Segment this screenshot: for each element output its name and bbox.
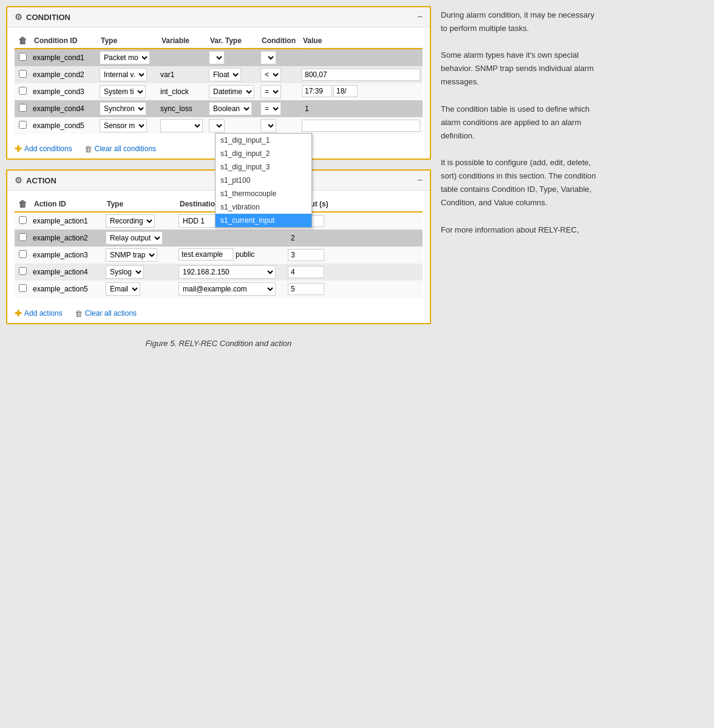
condition-minimize-button[interactable]: − (417, 12, 423, 22)
action-checkbox-4[interactable] (19, 284, 27, 292)
condition-val-input[interactable] (302, 52, 420, 64)
action-checkbox-cell (15, 264, 30, 281)
condition-val-input[interactable] (302, 103, 420, 115)
condition-checkbox-4[interactable] (19, 121, 27, 129)
col-action-type: Type (103, 197, 176, 212)
variable-dropdown[interactable]: s1_dig_input_1s1_dig_input_2s1_dig_input… (215, 133, 312, 228)
condition-type-select[interactable]: Synchron (100, 102, 146, 115)
action-lockout-cell (285, 247, 423, 264)
action-type-select[interactable]: Email (106, 282, 140, 296)
action-dest-cell: mail@example.com (176, 281, 285, 298)
dropdown-item[interactable]: s1_vibration (216, 200, 311, 214)
action-type-select[interactable]: Recording (106, 214, 155, 228)
action-type-cell: SNMP trap (103, 247, 176, 264)
gear-icon-action: ⚙ (15, 175, 22, 185)
action-lockout-input[interactable] (288, 249, 324, 261)
action-type-cell: Relay output (103, 230, 176, 247)
condition-cond-select[interactable] (260, 119, 276, 132)
action-lockout-input[interactable] (288, 266, 324, 278)
action-footer: ✚ Add actions 🗑 Clear all actions (7, 304, 430, 323)
condition-checkbox-1[interactable] (19, 70, 27, 78)
condition-checkbox-3[interactable] (19, 104, 27, 112)
action-type-select[interactable]: SNMP trap (106, 248, 157, 262)
clear-conditions-button[interactable]: 🗑 Clear all conditions (84, 145, 156, 154)
action-dest-cell: 192.168.2.150 (176, 264, 285, 281)
dropdown-item[interactable]: s1_dig_input_2 (216, 147, 311, 160)
condition-vartype-select[interactable]: Float (209, 68, 241, 81)
action-checkbox-0[interactable] (19, 216, 27, 224)
col-type: Type (97, 33, 158, 49)
action-id-value: example_action1 (33, 217, 88, 225)
action-id-cell: example_action4 (30, 264, 103, 281)
col-condition: Condition (258, 33, 299, 49)
action-id-cell: example_action2 (30, 230, 103, 247)
condition-type-cell: Internal v. (97, 66, 158, 83)
condition-vartype-select[interactable]: Boolean (209, 102, 252, 115)
dropdown-item[interactable]: s1_pt100 (216, 174, 311, 187)
delete-all-actions-icon: 🗑 (18, 199, 27, 209)
action-checkbox-cell (15, 212, 30, 230)
condition-cond-select[interactable]: < (260, 68, 281, 81)
condition-checkbox-0[interactable] (19, 53, 27, 61)
action-dest-cell: public (176, 247, 285, 262)
condition-vartype-select[interactable]: Datetime (209, 85, 254, 98)
add-conditions-label: Add conditions (24, 145, 72, 153)
condition-cond-select[interactable]: = (260, 102, 281, 115)
action-lockout-cell (285, 264, 423, 281)
condition-vartype-select[interactable] (209, 51, 225, 64)
action-checkbox-2[interactable] (19, 250, 27, 258)
checkbox-cell (15, 49, 30, 66)
condition-val-input[interactable] (302, 120, 420, 132)
condition-table: 🗑 Condition ID Type Variable Var. Type C… (15, 33, 423, 134)
condition-var-cell: var1 (158, 66, 206, 83)
dropdown-item[interactable]: s1_dig_input_1 (216, 134, 311, 147)
condition-type-select[interactable]: Sensor m (100, 119, 147, 132)
action-id-value: example_action5 (33, 285, 88, 293)
condition-vartype-cell (206, 117, 258, 134)
action-checkbox-1[interactable] (19, 233, 27, 241)
condition-cond-cell: = (258, 83, 299, 100)
checkbox-cell (15, 100, 30, 117)
condition-checkbox-2[interactable] (19, 87, 27, 95)
action-id-value: example_action3 (33, 251, 88, 259)
delete-all-conditions-icon: 🗑 (18, 36, 27, 46)
condition-val2-input[interactable] (333, 85, 358, 97)
condition-val-input[interactable] (302, 85, 332, 97)
condition-val-cell (299, 83, 423, 99)
clear-actions-button[interactable]: 🗑 Clear all actions (75, 309, 137, 318)
dropdown-item[interactable]: s1_current_input (216, 214, 311, 227)
condition-type-select[interactable]: System ti (100, 85, 146, 98)
gear-icon: ⚙ (15, 12, 22, 22)
condition-cond-select[interactable] (260, 51, 276, 64)
dropdown-item[interactable]: s1_dig_input_3 (216, 160, 311, 174)
action-lockout-input[interactable] (288, 283, 324, 295)
condition-val-input[interactable] (302, 69, 420, 81)
add-conditions-button[interactable]: ✚ Add conditions (15, 144, 72, 154)
condition-id-value: example_cond5 (33, 121, 84, 130)
action-minimize-button[interactable]: − (417, 175, 423, 185)
condition-var-select[interactable] (160, 119, 203, 132)
action-checkbox-3[interactable] (19, 267, 27, 275)
action-id-cell: example_action5 (30, 281, 103, 298)
action-lockout-input[interactable] (288, 232, 324, 244)
condition-type-select[interactable]: Internal v. (100, 68, 147, 81)
plus-icon: ✚ (15, 144, 22, 154)
condition-id-value: example_cond3 (33, 87, 84, 96)
condition-cond-cell (258, 49, 299, 66)
checkbox-cell (15, 117, 30, 134)
action-dest-input[interactable] (178, 232, 276, 244)
action-checkbox-cell (15, 230, 30, 247)
add-actions-button[interactable]: ✚ Add actions (15, 308, 63, 318)
condition-vartype-select[interactable] (209, 119, 225, 132)
action-type-select[interactable]: Relay output (106, 231, 163, 245)
action-dest-select[interactable]: mail@example.com (178, 282, 276, 296)
action-dest-input[interactable] (178, 248, 233, 260)
condition-type-select[interactable]: Packet mo (100, 51, 150, 64)
action-type-select[interactable]: Syslog (106, 265, 144, 279)
action-id-cell: example_action1 (30, 212, 103, 230)
condition-cond-select[interactable]: = (260, 85, 281, 98)
right-text-4: It is possible to configure (add, edit, … (441, 156, 599, 209)
dropdown-item[interactable]: s1_thermocouple (216, 187, 311, 200)
action-id-cell: example_action3 (30, 247, 103, 264)
action-dest-select[interactable]: 192.168.2.150 (178, 265, 276, 279)
